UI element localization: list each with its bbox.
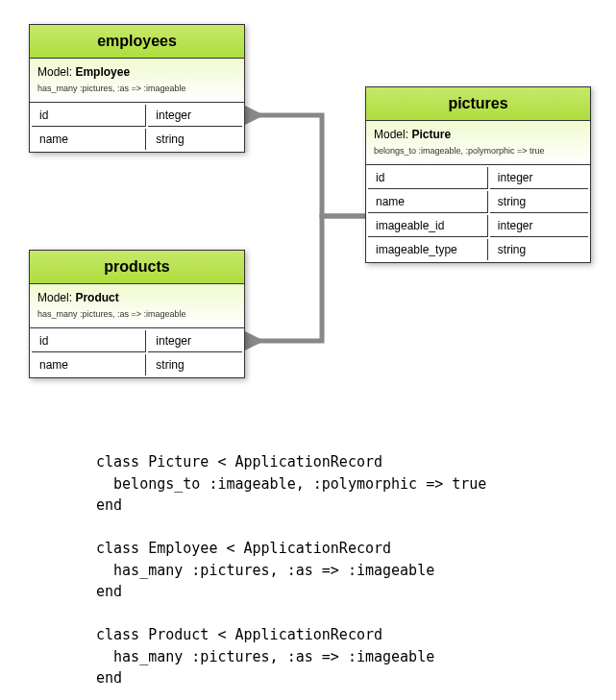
field-name: name: [368, 191, 488, 213]
model-name: Product: [75, 291, 118, 304]
field-type: string: [490, 191, 588, 213]
entity-model-info: Model: Product has_many :pictures, :as =…: [30, 284, 244, 328]
table-row: idinteger: [32, 330, 242, 352]
field-name: name: [32, 129, 146, 150]
field-name: id: [32, 330, 146, 352]
field-type: string: [490, 239, 588, 260]
fields-table: idinteger namestring imageable_idinteger…: [366, 165, 590, 262]
model-label: Model:: [37, 291, 72, 304]
field-type: integer: [490, 167, 588, 189]
fields-table: idinteger namestring: [30, 328, 244, 377]
association-text: belongs_to :imageable, :polymorphic => t…: [374, 145, 582, 157]
model-name: Picture: [411, 128, 451, 141]
field-name: imageable_type: [368, 239, 488, 260]
entity-title: pictures: [366, 87, 590, 121]
model-name: Employee: [75, 65, 130, 79]
table-row: idinteger: [32, 105, 242, 127]
entity-model-info: Model: Picture belongs_to :imageable, :p…: [366, 121, 590, 165]
entity-model-info: Model: Employee has_many :pictures, :as …: [30, 59, 244, 103]
model-label: Model:: [374, 128, 408, 141]
field-type: integer: [490, 215, 588, 237]
association-text: has_many :pictures, :as => :imageable: [37, 308, 236, 321]
field-name: id: [368, 167, 488, 189]
field-type: string: [148, 354, 242, 375]
table-row: namestring: [32, 129, 242, 150]
table-row: idinteger: [368, 167, 588, 189]
table-row: namestring: [368, 191, 588, 213]
entity-products: products Model: Product has_many :pictur…: [29, 250, 245, 378]
table-row: imageable_typestring: [368, 239, 588, 260]
field-type: integer: [148, 330, 242, 352]
entity-title: products: [30, 251, 244, 284]
entity-title: employees: [30, 25, 244, 59]
entity-pictures: pictures Model: Picture belongs_to :imag…: [365, 86, 591, 263]
field-type: string: [148, 129, 242, 150]
field-name: name: [32, 354, 146, 375]
fields-table: idinteger namestring: [30, 103, 244, 152]
field-name: id: [32, 105, 146, 127]
code-snippet: class Picture < ApplicationRecord belong…: [96, 451, 486, 689]
table-row: imageable_idinteger: [368, 215, 588, 237]
field-name: imageable_id: [368, 215, 488, 237]
field-type: integer: [148, 105, 242, 127]
model-label: Model:: [37, 65, 72, 79]
table-row: namestring: [32, 354, 242, 375]
association-text: has_many :pictures, :as => :imageable: [37, 83, 236, 95]
entity-employees: employees Model: Employee has_many :pict…: [29, 24, 245, 153]
diagram-area: employees Model: Employee has_many :pict…: [0, 0, 616, 432]
